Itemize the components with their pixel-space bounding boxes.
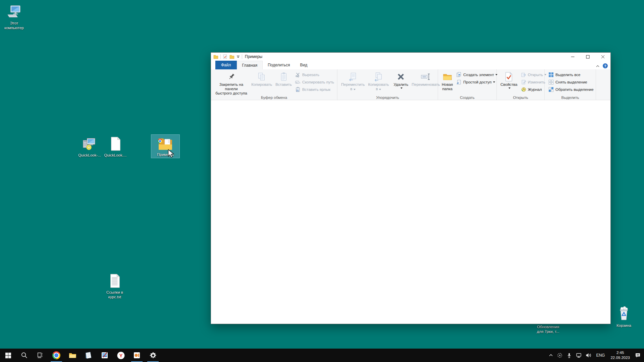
paste-shortcut-button[interactable]: Вставить ярлык [293,86,336,93]
copy-icon [256,71,267,82]
group-label: Выделить [545,96,596,100]
quick-access-toolbar [211,54,242,59]
qat-customize-dropdown-icon[interactable] [236,55,240,58]
settings-gear-icon [149,352,157,359]
qat-new-folder-icon[interactable] [229,55,234,59]
paste-button[interactable]: Вставить [274,71,293,87]
move-to-icon [347,71,358,82]
ribbon-tabs: Файл Главная Поделиться Вид [211,61,610,69]
windows-logo-icon [5,353,11,358]
file-explorer-icon [68,351,77,360]
svg-text:Y: Y [119,353,122,358]
new-item-icon [456,72,462,77]
collapse-ribbon-icon[interactable] [596,65,600,67]
copy-to-button[interactable]: Копировать в [366,71,390,92]
clipboard-small-buttons: Вырезать Скопировать путь [293,71,336,93]
delete-button[interactable]: Удалить [392,71,410,89]
edit-button[interactable]: Изменить [519,78,548,86]
window-title: Примеры [245,54,262,59]
taskbar: Y [0,349,644,362]
desktop-icon-quicklook-installer[interactable]: QuickLook-... [75,135,104,158]
ribbon-group-create: Новая папка Создать элемент [438,69,497,100]
desktop-icon-label: Этот компьютер [0,21,28,30]
scissors-icon [295,72,301,77]
taskbar-yandex-button[interactable]: Y [113,349,129,362]
paste-shortcut-icon [295,87,301,92]
tray-show-hidden-icons-button[interactable] [547,349,555,362]
tab-share[interactable]: Поделиться [263,61,295,69]
tray-clock[interactable]: 2:45 22.09.2023 [607,350,633,360]
open-small-buttons: Открыть Изменить [519,71,548,93]
tray-language-indicator[interactable]: ENG [593,349,607,362]
open-icon [521,72,526,77]
tray-app-button[interactable] [555,349,565,362]
properties-icon [503,71,514,82]
tab-view[interactable]: Вид [295,61,312,69]
history-button[interactable]: Журнал [519,86,548,93]
start-button[interactable] [0,349,16,362]
window-controls [565,53,610,61]
invert-selection-button[interactable]: Обратить выделение [547,86,595,93]
volume-icon [585,352,592,358]
copy-button[interactable]: Копировать [250,71,274,87]
chevron-up-icon [548,353,553,357]
dropdown-arrow-icon [400,87,402,89]
taskbar-presentation-app-button[interactable] [129,349,145,362]
clear-selection-icon [548,79,554,85]
new-item-button[interactable]: Создать элемент [454,71,499,78]
taskbar-settings-button[interactable] [145,349,161,362]
taskbar-search-button[interactable] [16,349,32,362]
window-folder-icon [213,55,218,59]
title-bar[interactable]: Примеры [211,53,610,61]
desktop-icon-label: Обновления для 7рки, т... [534,324,562,334]
desktop-icon-quicklook-file[interactable]: QuickLook.... [101,135,129,158]
taskbar-notepad-button[interactable] [80,349,97,362]
maximize-button[interactable] [580,53,595,61]
paste-icon [278,71,289,82]
move-to-button[interactable]: Переместить в [339,71,366,92]
clear-selection-button[interactable]: Снять выделение [547,78,595,86]
chrome-logo-icon [158,139,162,143]
cut-button[interactable]: Вырезать [293,71,336,78]
search-icon [20,352,28,359]
qat-properties-icon[interactable] [223,54,227,59]
tray-network-button[interactable] [574,349,584,362]
properties-button[interactable]: Свойства [499,71,519,89]
taskbar-paint-button[interactable] [97,349,113,362]
select-all-button[interactable]: Выделить все [547,71,595,78]
separator [220,54,221,59]
microphone-icon [566,352,572,358]
desktop-icon-this-pc[interactable]: Этот компьютер [0,3,28,30]
ribbon-group-clipboard: Закрепить на панели быстрого доступа Коп… [211,69,337,100]
copy-to-icon [373,71,384,82]
easy-access-button[interactable]: Простой доступ [454,78,499,86]
new-folder-button[interactable]: Новая папка [440,71,454,92]
folder-content-area[interactable] [211,100,610,324]
action-center-icon [635,352,641,358]
minimize-button[interactable] [565,53,580,61]
create-small-buttons: Создать элемент Простой доступ [454,71,499,86]
desktop-icon-primery-folder[interactable]: Примеры [151,135,179,158]
taskbar-chrome-button[interactable] [48,349,64,362]
group-label: Открыть [497,96,544,100]
tabrow-right-controls [596,63,608,68]
desktop-icon-ssylki-txt[interactable]: Ссылки в курс.txt [101,273,129,299]
pin-quick-access-button[interactable]: Закрепить на панели быстрого доступа [213,71,250,96]
help-icon[interactable] [603,63,608,68]
easy-access-icon [456,79,462,85]
close-button[interactable] [595,53,610,61]
open-button[interactable]: Открыть [519,71,548,78]
action-center-button[interactable] [633,349,643,362]
tray-volume-button[interactable] [584,349,593,362]
blank-file-icon [101,135,129,152]
taskbar-explorer-button[interactable] [64,349,80,362]
select-small-buttons: Выделить все Снять выделение [547,71,595,93]
tab-file[interactable]: Файл [215,61,237,69]
task-view-button[interactable] [32,349,48,362]
tab-home[interactable]: Главная [237,61,263,69]
tray-microphone-button[interactable] [565,349,574,362]
dropdown-arrow-icon [508,87,511,89]
rename-button[interactable]: Переименовать [410,71,441,87]
desktop-icon-recycle-bin[interactable]: Корзина [610,306,638,328]
copy-path-button[interactable]: Скопировать путь [293,78,336,86]
